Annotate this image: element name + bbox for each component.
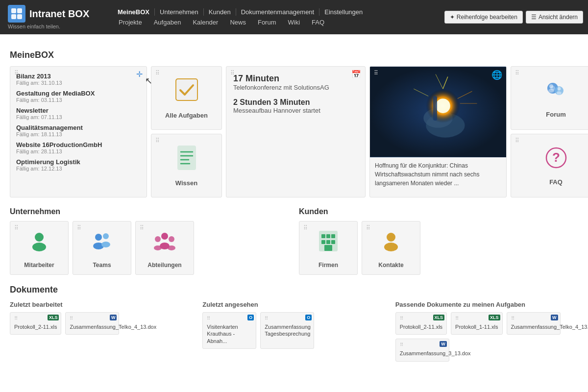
doc-file[interactable]: ⠿ W Zusammenfassung_Telko_4_13.dox: [507, 312, 561, 335]
file-type-badge: XLS: [489, 315, 500, 320]
drag-indicator: ⠿: [14, 224, 19, 231]
doc-file[interactable]: ⠿ W Zusammenfassung_Telko_4_13.dox: [65, 312, 119, 335]
logo-icon: [8, 5, 25, 23]
doc-file[interactable]: ⠿ W Zusammenfassung_3_13.dox: [395, 339, 449, 361]
svg-rect-2: [11, 14, 16, 19]
nav-unternehmen[interactable]: Unternehmen: [155, 8, 204, 16]
teams-tile[interactable]: ⠿ Teams: [73, 221, 131, 275]
svg-point-35: [101, 242, 110, 247]
drag-indicator: ⠿: [400, 342, 403, 347]
teams-label: Teams: [93, 262, 111, 269]
svg-rect-47: [326, 240, 330, 244]
drag-indicator: ⠿: [14, 316, 18, 321]
globe-icon: 🌐: [491, 70, 502, 80]
doc-files-row: ⠿ XLS Protokoll_2-11.xls ⠿ W Zusammenfas…: [10, 312, 193, 335]
drag-indicator: ⠿: [155, 137, 160, 144]
file-type-badge: W: [551, 315, 558, 320]
drag-indicator: ⠿: [14, 70, 19, 76]
nav-einstellungen[interactable]: Einstellungen: [319, 8, 368, 16]
svg-point-38: [169, 236, 174, 242]
drag-indicator: ⠿: [374, 70, 378, 76]
nav-news[interactable]: News: [224, 19, 252, 26]
drag-indicator: ⠿: [515, 137, 519, 144]
faq-label: FAQ: [549, 178, 563, 186]
file-type-badge: O: [305, 315, 312, 320]
svg-point-32: [95, 234, 102, 241]
svg-point-36: [161, 233, 168, 240]
drag-indicator: ⠿: [77, 224, 81, 231]
nav-faq[interactable]: FAQ: [306, 19, 330, 26]
doc-file[interactable]: ⠿ O Zusammenfassung Tagesbesprechung: [260, 312, 314, 349]
ansicht-icon: ☰: [531, 14, 537, 21]
alle-aufgaben-label: Alle Aufgaben: [165, 112, 208, 119]
drag-indicator: ⠿: [366, 224, 370, 231]
nav-main: MeineBOX Unternehmen Kunden Dokumentenma…: [108, 8, 444, 26]
svg-point-40: [154, 245, 162, 250]
task-item: Gestaltung der MediaBOX Fällig am: 03.11…: [16, 90, 141, 103]
drag-indicator: ⠿: [455, 316, 459, 321]
news-widget[interactable]: ⠿ 🌐: [369, 66, 507, 197]
svg-point-9: [436, 98, 450, 113]
abteilungen-tile[interactable]: ⠿ Abteilungen: [135, 221, 194, 275]
nav-aufgaben[interactable]: Aufgaben: [148, 19, 187, 26]
svg-point-22: [557, 91, 562, 95]
file-type-badge: XLS: [433, 315, 445, 320]
page-content: MeineBOX ⠿ ✛ ↖ Bilanz 2013 Fällig am: 31…: [0, 34, 588, 369]
kontakte-label: Kontakte: [378, 262, 403, 269]
top-bar: Intranet BOX Wissen einfach teilen. Mein…: [0, 0, 588, 34]
nav-actions: ✦ Reihenfolge bearbeiten ☰ Ansicht änder…: [444, 11, 588, 24]
ansicht-button[interactable]: ☰ Ansicht ändern: [526, 11, 583, 24]
nav-dokumentenmanagement[interactable]: Dokumentenmanagement: [236, 8, 320, 16]
unternehmen-section: Unternehmen ⠿ Mitarbeiter ⠿: [10, 207, 289, 275]
doc-file[interactable]: ⠿ XLS Protokoll_2-11.xls: [10, 312, 61, 335]
svg-point-19: [549, 84, 553, 88]
drag-indicator: ⠿: [207, 316, 210, 321]
nav-wiki[interactable]: Wiki: [282, 19, 306, 26]
nav-meinebox[interactable]: MeineBOX: [113, 8, 155, 16]
kunden-tiles: ⠿ Firmen: [299, 221, 578, 275]
timer-event-2: 2 Stunden 3 Minuten Messeaufbau Hannover…: [233, 98, 358, 114]
unternehmen-title: Unternehmen: [10, 207, 289, 216]
nav-kunden[interactable]: Kunden: [204, 8, 236, 16]
svg-point-21: [557, 87, 561, 90]
forum-widget[interactable]: ⠿ Forum: [511, 66, 588, 130]
svg-text:?: ?: [552, 150, 560, 165]
firmen-label: Firmen: [318, 262, 338, 269]
forum-label: Forum: [546, 111, 565, 118]
dokumente-section: Dokumente Zuletzt bearbeitet ⠿ XLS Proto…: [10, 285, 578, 362]
firmen-tile[interactable]: ⠿ Firmen: [299, 221, 358, 275]
drag-indicator: ⠿: [140, 224, 144, 231]
nav-kalender[interactable]: Kalender: [187, 19, 224, 26]
passende-dokumente: Passende Dokumente zu meinen Aufgaben ⠿ …: [395, 301, 578, 362]
kunden-section: Kunden ⠿: [299, 207, 578, 275]
zuletzt-bearbeitet: Zuletzt bearbeitet ⠿ XLS Protokoll_2-11.…: [10, 301, 193, 362]
zuletzt-bearbeitet-title: Zuletzt bearbeitet: [10, 301, 193, 308]
file-type-badge: W: [110, 315, 117, 320]
meinebox-title: MeineBOX: [10, 50, 578, 60]
timer-event-1: 17 Minuten Telefonkonferenz mit Solution…: [233, 74, 358, 91]
svg-point-37: [155, 236, 161, 242]
document-icon: [175, 145, 198, 175]
doc-file[interactable]: ⠿ XLS Protokoll_1-11.xls: [451, 312, 502, 335]
nav-top-row: MeineBOX Unternehmen Kunden Dokumentenma…: [113, 8, 440, 16]
doc-file[interactable]: ⠿ XLS Protokoll_2-11.xls: [395, 312, 447, 335]
abteilungen-icon: [151, 229, 178, 258]
passende-dokumente-title: Passende Dokumente zu meinen Aufgaben: [395, 301, 578, 308]
kontakte-tile[interactable]: ⠿ Kontakte: [362, 221, 420, 275]
unternehmen-kunden-row: Unternehmen ⠿ Mitarbeiter ⠿: [10, 207, 578, 275]
question-icon: ?: [544, 146, 568, 174]
reihenfolge-icon: ✦: [450, 14, 455, 21]
abteilungen-label: Abteilungen: [147, 262, 181, 269]
nav-forum[interactable]: Forum: [252, 19, 282, 26]
wissen-widget[interactable]: ⠿ Wissen: [151, 134, 222, 197]
doc-file[interactable]: ⠿ O Visitenkarten Krauthaus - Abnah...: [202, 312, 256, 349]
zuletzt-angesehen: Zuletzt angesehen ⠿ O Visitenkarten Krau…: [202, 301, 385, 362]
reihenfolge-button[interactable]: ✦ Reihenfolge bearbeiten: [444, 11, 523, 24]
faq-widget[interactable]: ⠿ ? FAQ: [511, 134, 588, 197]
mitarbeiter-tile[interactable]: ⠿ Mitarbeiter: [10, 221, 69, 275]
task-item: Website 16ProductionGmbH Fällig am: 28.1…: [16, 141, 141, 154]
teams-icon: [89, 229, 115, 258]
nav-projekte[interactable]: Projekte: [113, 19, 148, 26]
drag-indicator: ⠿: [265, 316, 268, 321]
alle-aufgaben-widget[interactable]: ⠿ Alle Aufgaben: [151, 66, 222, 130]
